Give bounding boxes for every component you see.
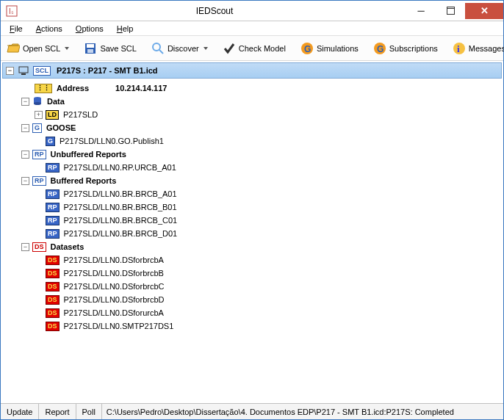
node-buf-reports[interactable]: − RP Buffered Reports <box>2 174 502 187</box>
subscriptions-icon: G <box>373 42 386 55</box>
status-path: C:\Users\Pedro\Desktop\Dissertação\4. Do… <box>102 404 503 419</box>
collapse-icon[interactable]: − <box>6 67 14 75</box>
rp-badge: RP <box>46 189 60 199</box>
menubar: File Actions Options Help <box>1 21 503 36</box>
goose-item: P217SLD/LLN0.GO.Publish1 <box>58 134 165 148</box>
tree-item[interactable]: DSP217SLD/LLN0.DSforbrcbD <box>2 293 502 306</box>
expand-icon[interactable]: + <box>35 111 43 119</box>
ds-item: P217SLD/LLN0.DSforurcbA <box>62 306 165 319</box>
datasets-label: Datasets <box>49 240 86 253</box>
tree-item[interactable]: G P217SLD/LLN0.GO.Publish1 <box>2 134 502 148</box>
node-address[interactable]: ⋮⋮ Address 10.214.14.117 <box>2 82 502 95</box>
collapse-icon[interactable]: − <box>21 98 29 106</box>
ds-item: P217SLD/LLN0.DSforbrcbC <box>62 280 166 293</box>
folder-open-icon <box>7 42 20 55</box>
toolbar: Open SCL Save SCL Discover Check Model G… <box>1 36 503 61</box>
maximize-button[interactable] <box>436 3 465 19</box>
tree-item[interactable]: DSP217SLD/LLN0.DSforbrcbC <box>2 280 502 293</box>
minimize-button[interactable]: ─ <box>406 3 436 19</box>
status-poll[interactable]: Poll <box>76 404 102 419</box>
svg-rect-6 <box>87 49 93 53</box>
status-update[interactable]: Update <box>1 404 39 419</box>
svg-line-8 <box>159 50 163 54</box>
menu-file[interactable]: File <box>4 23 29 35</box>
tree-body: ⋮⋮ Address 10.214.14.117 − Data + LD P21… <box>2 79 502 336</box>
collapse-icon[interactable]: − <box>21 243 29 251</box>
goose-badge: G <box>32 123 42 133</box>
buf-item: P217SLD/LLN0.BR.BRCB_D01 <box>62 227 179 240</box>
magnifier-icon <box>151 42 165 55</box>
tree-item[interactable]: RPP217SLD/LLN0.BR.BRCB_A01 <box>2 187 502 200</box>
discover-button[interactable]: Discover <box>148 40 211 57</box>
node-data[interactable]: − Data <box>2 95 502 108</box>
tree-item[interactable]: DSP217SLD/LLN0.DSforbrcbB <box>2 267 502 280</box>
svg-text:G: G <box>304 44 311 54</box>
ds-item: P217SLD/LLN0.SMTP217DS1 <box>62 319 176 333</box>
open-scl-button[interactable]: Open SCL <box>4 40 72 57</box>
tree-item[interactable]: DSP217SLD/LLN0.SMTP217DS1 <box>2 319 502 333</box>
window-title: IEDScout <box>23 6 406 16</box>
svg-text:i: i <box>457 43 460 54</box>
tree-root[interactable]: − SCL P217S : P217 - SMT B1.icd <box>2 62 502 79</box>
info-icon: i <box>453 42 466 55</box>
node-goose[interactable]: − G GOOSE <box>2 121 502 134</box>
tree-item[interactable]: RPP217SLD/LLN0.BR.BRCB_B01 <box>2 200 502 214</box>
ds-badge: DS <box>32 242 46 252</box>
rp-badge: RP <box>46 216 60 225</box>
check-model-label: Check Model <box>239 44 286 53</box>
status-report[interactable]: Report <box>39 404 76 419</box>
titlebar: Iₛ IEDScout ─ ✕ <box>1 1 503 21</box>
collapse-icon[interactable]: − <box>21 124 29 132</box>
open-scl-label: Open SCL <box>23 44 60 53</box>
ds-badge: DS <box>46 295 60 305</box>
messages-button[interactable]: i Messages <box>450 40 504 57</box>
tree-item[interactable]: DSP217SLD/LLN0.DSforurcbA <box>2 306 502 319</box>
node-unbuf-reports[interactable]: − RP Unbuffered Reports <box>2 148 502 161</box>
check-model-button[interactable]: Check Model <box>220 40 289 57</box>
rp-badge: RP <box>32 176 46 186</box>
chevron-down-icon <box>65 47 69 50</box>
ds-item: P217SLD/LLN0.DSforbrcbB <box>62 267 165 280</box>
address-label: Address <box>55 82 90 95</box>
save-scl-button[interactable]: Save SCL <box>81 40 140 57</box>
ds-item: P217SLD/LLN0.DSforbrcbA <box>62 253 165 267</box>
svg-rect-17 <box>21 73 26 75</box>
save-scl-label: Save SCL <box>100 44 137 53</box>
svg-point-7 <box>153 43 160 51</box>
menu-help[interactable]: Help <box>111 23 140 35</box>
ds-badge: DS <box>46 256 60 265</box>
tree-item[interactable]: RPP217SLD/LLN0.BR.BRCB_D01 <box>2 227 502 240</box>
rp-badge: RP <box>32 150 46 159</box>
collapse-icon[interactable]: − <box>21 177 29 185</box>
node-datasets[interactable]: − DS Datasets <box>2 240 502 253</box>
rp-badge: RP <box>46 229 60 239</box>
cylinder-icon <box>32 96 43 106</box>
close-button[interactable]: ✕ <box>465 3 503 19</box>
address-icon: ⋮⋮ <box>35 84 52 93</box>
unbuf-label: Unbuffered Reports <box>49 148 128 161</box>
menu-actions[interactable]: Actions <box>30 23 68 35</box>
svg-point-20 <box>34 102 41 105</box>
svg-text:Iₛ: Iₛ <box>9 7 14 15</box>
collapse-icon[interactable]: − <box>21 151 29 159</box>
goose-label: GOOSE <box>45 121 77 134</box>
subscriptions-button[interactable]: G Subscriptions <box>370 40 441 57</box>
messages-label: Messages <box>469 44 504 53</box>
ds-badge: DS <box>46 308 60 318</box>
ds-badge: DS <box>46 269 60 278</box>
menu-options[interactable]: Options <box>70 23 109 35</box>
tree-panel[interactable]: − SCL P217S : P217 - SMT B1.icd ⋮⋮ Addre… <box>1 61 503 403</box>
subscriptions-label: Subscriptions <box>389 44 438 53</box>
ld-label: P217SLD <box>62 108 99 121</box>
svg-rect-16 <box>19 67 28 73</box>
node-data-child[interactable]: + LD P217SLD <box>2 108 502 121</box>
simulations-icon: G <box>300 42 314 55</box>
data-label: Data <box>46 95 66 108</box>
simulations-button[interactable]: G Simulations <box>298 40 361 57</box>
tree-item[interactable]: RPP217SLD/LLN0.BR.BRCB_C01 <box>2 214 502 227</box>
statusbar: Update Report Poll C:\Users\Pedro\Deskto… <box>1 403 503 419</box>
tree-item[interactable]: DSP217SLD/LLN0.DSforbrcbA <box>2 253 502 267</box>
tree-item[interactable]: RP P217SLD/LLN0.RP.URCB_A01 <box>2 161 502 174</box>
ds-item: P217SLD/LLN0.DSforbrcbD <box>62 293 166 306</box>
discover-label: Discover <box>168 44 199 53</box>
